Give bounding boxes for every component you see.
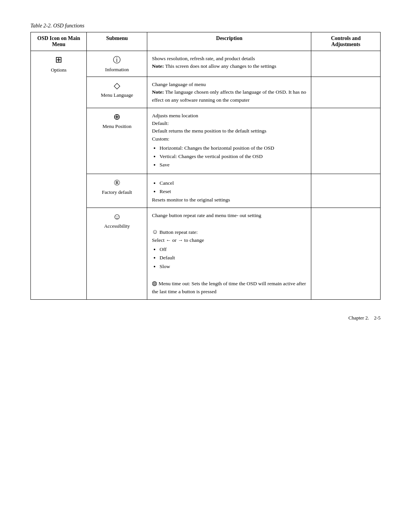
access-time-text: Menu time out: Sets the length of time t…	[152, 281, 306, 294]
description-menu-position: Adjusts menu location Default: Default r…	[147, 108, 311, 174]
submenu-information: ⓘ Information	[87, 51, 147, 77]
pos-custom-bold: Custom:	[152, 136, 169, 142]
description-menu-language: Change language of menu Note: The langua…	[147, 77, 311, 108]
lang-desc-text: Change language of menu	[152, 81, 206, 87]
pos-save: Save	[159, 161, 306, 169]
options-icon-cell: ⊞ Options	[31, 51, 87, 300]
pos-default-bold: Default:	[152, 120, 169, 126]
access-off: Off	[159, 246, 306, 253]
accessibility-label: Accessibility	[104, 223, 130, 229]
accessibility-icon: ☺	[91, 212, 142, 222]
submenu-accessibility: ☺ Accessibility	[87, 208, 147, 300]
description-factory-default: Cancel Reset Resets monitor to the origi…	[147, 174, 311, 208]
header-icon: OSD Icon on MainMenu	[31, 32, 87, 51]
pos-adjusts: Adjusts menu location	[152, 113, 198, 118]
access-btn-rate: Button repeat rate:	[159, 229, 198, 235]
description-information: Shows resolution, refresh rate, and prod…	[147, 51, 311, 77]
factory-desc: Resets monitor to the original settings	[152, 197, 230, 203]
submenu-menu-language: ◇ Menu Language	[87, 77, 147, 108]
chapter-label: Chapter 2.	[349, 315, 369, 321]
pos-custom-list: Horizontal: Changes the horizontal posit…	[159, 144, 306, 169]
submenu-menu-position: ⊕ Menu Position	[87, 108, 147, 174]
menu-position-label: Menu Position	[102, 123, 131, 129]
factory-default-icon: ®	[91, 178, 142, 188]
factory-list: Cancel Reset	[159, 179, 306, 196]
access-slow: Slow	[159, 263, 306, 270]
menu-language-icon: ◇	[91, 81, 142, 91]
pos-default-desc: Default returns the menu position to the…	[152, 128, 266, 134]
header-description: Description	[147, 32, 311, 51]
controls-menu-language	[311, 77, 381, 108]
access-default: Default	[159, 254, 306, 262]
factory-default-label: Factory default	[102, 189, 132, 195]
info-note-text: This screen does not allow any changes t…	[165, 63, 276, 69]
info-note-bold: Note:	[152, 63, 164, 69]
lang-note-text: The language chosen only affects the lan…	[152, 89, 306, 102]
osd-functions-table: OSD Icon on MainMenu Submenu Description…	[30, 32, 381, 300]
controls-factory-default	[311, 174, 381, 208]
information-label: Information	[105, 67, 129, 72]
info-desc-text: Shows resolution, refresh rate, and prod…	[152, 56, 255, 61]
submenu-factory-default: ® Factory default	[87, 174, 147, 208]
options-label: Options	[35, 67, 82, 73]
lang-note-bold: Note:	[152, 89, 164, 95]
access-options-list: Off Default Slow	[159, 246, 306, 270]
description-accessibility: Change button repeat rate and menu time-…	[147, 208, 311, 300]
controls-menu-position	[311, 108, 381, 174]
header-controls: Controls andAdjustments	[311, 32, 381, 51]
pos-vertical: Vertical: Changes the vertical position …	[159, 153, 306, 160]
information-icon: ⓘ	[91, 55, 142, 65]
factory-cancel: Cancel	[159, 179, 306, 187]
access-time-icon: ◍	[152, 280, 157, 286]
page-footer: Chapter 2. 2-5	[30, 315, 381, 321]
table-caption: Table 2-2. OSD functions	[30, 23, 381, 29]
controls-information	[311, 51, 381, 77]
table-row: ⊞ Options ⓘ Information Shows resolution…	[31, 51, 381, 77]
menu-language-label: Menu Language	[101, 92, 133, 98]
header-submenu: Submenu	[87, 32, 147, 51]
factory-reset: Reset	[159, 188, 306, 195]
access-desc: Change button repeat rate and menu time-…	[152, 212, 261, 218]
controls-accessibility	[311, 208, 381, 300]
options-icon: ⊞	[35, 55, 82, 65]
menu-position-icon: ⊕	[91, 112, 142, 122]
access-icon-inline: ☺	[152, 228, 158, 235]
pos-horizontal: Horizontal: Changes the horizontal posit…	[159, 144, 306, 152]
page-number: 2-5	[374, 315, 381, 321]
access-select-text: Select ← or → to change	[152, 237, 204, 243]
